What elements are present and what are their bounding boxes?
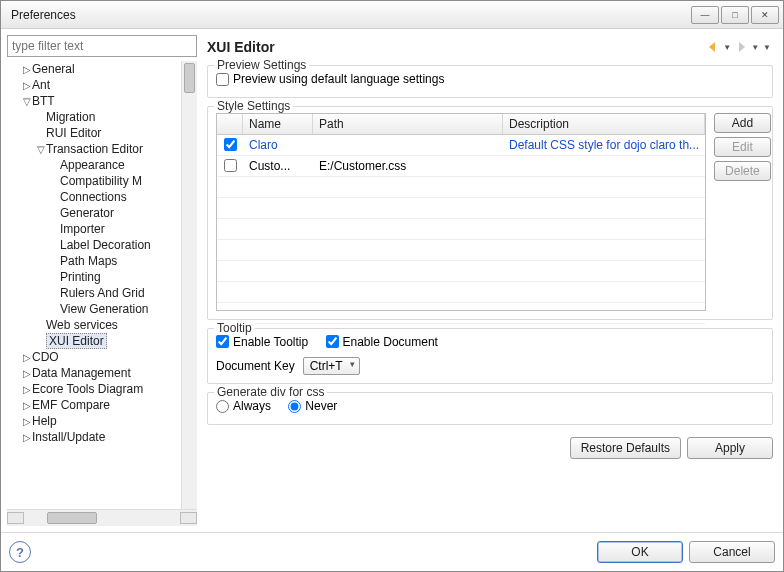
- tree-item-appearance[interactable]: Appearance: [7, 157, 183, 173]
- col-description[interactable]: Description: [503, 114, 705, 134]
- tree-item-generator[interactable]: Generator: [7, 205, 183, 221]
- tree-item-transaction-editor[interactable]: ▽Transaction Editor: [7, 141, 183, 157]
- tree-item-web-services[interactable]: Web services: [7, 317, 183, 333]
- col-path[interactable]: Path: [313, 114, 503, 134]
- forward-arrow-icon[interactable]: [734, 40, 748, 54]
- tree-expander-icon[interactable]: ▷: [21, 400, 32, 411]
- table-row-empty: [217, 177, 705, 198]
- tree-item-label: Web services: [46, 318, 118, 332]
- page-title: XUI Editor: [207, 39, 705, 55]
- tree-item-help[interactable]: ▷Help: [7, 413, 183, 429]
- preferences-dialog: Preferences — □ ✕ ▷General▷Ant▽BTTMigrat…: [0, 0, 784, 572]
- tree-item-label-decoration[interactable]: Label Decoration: [7, 237, 183, 253]
- table-row-empty: [217, 282, 705, 303]
- left-pane: ▷General▷Ant▽BTTMigrationRUI Editor▽Tran…: [7, 35, 197, 526]
- restore-defaults-button[interactable]: Restore Defaults: [570, 437, 681, 459]
- tree-item-label: Printing: [60, 270, 101, 284]
- tree-item-label: Ant: [32, 78, 50, 92]
- tree-item-compatibility-m[interactable]: Compatibility M: [7, 173, 183, 189]
- style-path-cell: [313, 143, 503, 147]
- tree-item-label: Generator: [60, 206, 114, 220]
- back-arrow-icon[interactable]: [706, 40, 720, 54]
- generate-div-group: Generate div for css Always Never: [207, 392, 773, 425]
- gencss-legend: Generate div for css: [214, 385, 327, 399]
- forward-menu-icon[interactable]: ▼: [749, 43, 761, 52]
- tree-item-cdo[interactable]: ▷CDO: [7, 349, 183, 365]
- document-key-label: Document Key: [216, 359, 295, 373]
- view-menu-icon[interactable]: ▼: [761, 43, 773, 52]
- tree-item-label: Compatibility M: [60, 174, 142, 188]
- tree-vertical-scrollbar[interactable]: [181, 61, 197, 509]
- tree-item-xui-editor[interactable]: XUI Editor: [7, 333, 183, 349]
- maximize-button[interactable]: □: [721, 6, 749, 24]
- never-radio[interactable]: Never: [288, 399, 337, 413]
- apply-button[interactable]: Apply: [687, 437, 773, 459]
- tree-item-general[interactable]: ▷General: [7, 61, 183, 77]
- delete-button[interactable]: Delete: [714, 161, 771, 181]
- tree-item-printing[interactable]: Printing: [7, 269, 183, 285]
- tree-item-install-update[interactable]: ▷Install/Update: [7, 429, 183, 445]
- tree-expander-icon[interactable]: ▷: [21, 416, 32, 427]
- table-row[interactable]: ClaroDefault CSS style for dojo claro th…: [217, 135, 705, 156]
- style-table[interactable]: Name Path Description ClaroDefault CSS s…: [216, 113, 706, 311]
- tree-item-label: Path Maps: [60, 254, 117, 268]
- tree-item-label: RUI Editor: [46, 126, 101, 140]
- style-desc-cell: [503, 164, 705, 168]
- tree-expander-icon[interactable]: ▷: [21, 384, 32, 395]
- tree-item-connections[interactable]: Connections: [7, 189, 183, 205]
- tree-item-path-maps[interactable]: Path Maps: [7, 253, 183, 269]
- filter-input[interactable]: [7, 35, 197, 57]
- document-key-select[interactable]: Ctrl+T: [303, 357, 360, 375]
- style-settings-group: Style Settings Name Path Description Cla…: [207, 106, 773, 320]
- window-title: Preferences: [5, 8, 689, 22]
- help-icon[interactable]: ?: [9, 541, 31, 563]
- tree-item-btt[interactable]: ▽BTT: [7, 93, 183, 109]
- preference-tree[interactable]: ▷General▷Ant▽BTTMigrationRUI Editor▽Tran…: [7, 61, 197, 509]
- tree-item-label: Ecore Tools Diagram: [32, 382, 143, 396]
- style-row-checkbox[interactable]: [224, 138, 237, 151]
- tree-item-label: BTT: [32, 94, 55, 108]
- tree-expander-icon[interactable]: ▷: [21, 80, 32, 91]
- always-radio[interactable]: Always: [216, 399, 271, 413]
- col-name[interactable]: Name: [243, 114, 313, 134]
- preview-default-language-checkbox[interactable]: Preview using default language settings: [216, 72, 444, 86]
- tree-expander-icon[interactable]: ▷: [21, 432, 32, 443]
- tree-expander-icon[interactable]: ▽: [21, 96, 32, 107]
- dialog-footer: ? OK Cancel: [1, 532, 783, 571]
- tree-item-ecore-tools-diagram[interactable]: ▷Ecore Tools Diagram: [7, 381, 183, 397]
- tree-item-rulers-and-grid[interactable]: Rulers And Grid: [7, 285, 183, 301]
- tree-item-label: View Generation: [60, 302, 149, 316]
- back-menu-icon[interactable]: ▼: [721, 43, 733, 52]
- enable-tooltip-checkbox[interactable]: Enable Tooltip: [216, 335, 308, 349]
- tree-item-importer[interactable]: Importer: [7, 221, 183, 237]
- close-button[interactable]: ✕: [751, 6, 779, 24]
- tree-expander-icon[interactable]: ▷: [21, 368, 32, 379]
- tree-item-label: EMF Compare: [32, 398, 110, 412]
- tree-expander-icon[interactable]: ▷: [21, 352, 32, 363]
- tree-item-ant[interactable]: ▷Ant: [7, 77, 183, 93]
- table-header: Name Path Description: [217, 114, 705, 135]
- tree-item-label: XUI Editor: [46, 333, 107, 349]
- tree-expander-icon[interactable]: ▽: [35, 144, 46, 155]
- edit-button[interactable]: Edit: [714, 137, 771, 157]
- tree-item-data-management[interactable]: ▷Data Management: [7, 365, 183, 381]
- add-button[interactable]: Add: [714, 113, 771, 133]
- ok-button[interactable]: OK: [597, 541, 683, 563]
- style-name-cell[interactable]: Claro: [243, 136, 313, 154]
- table-row[interactable]: Custo...E:/Customer.css: [217, 156, 705, 177]
- tree-item-rui-editor[interactable]: RUI Editor: [7, 125, 183, 141]
- tree-horizontal-scrollbar[interactable]: [7, 509, 197, 526]
- cancel-button[interactable]: Cancel: [689, 541, 775, 563]
- tree-expander-icon[interactable]: ▷: [21, 64, 32, 75]
- tree-item-label: Connections: [60, 190, 127, 204]
- tree-item-view-generation[interactable]: View Generation: [7, 301, 183, 317]
- style-desc-cell: Default CSS style for dojo claro th...: [503, 136, 705, 154]
- tree-item-label: General: [32, 62, 75, 76]
- enable-document-checkbox[interactable]: Enable Document: [326, 335, 438, 349]
- tree-item-emf-compare[interactable]: ▷EMF Compare: [7, 397, 183, 413]
- style-row-checkbox[interactable]: [224, 159, 237, 172]
- table-row-empty: [217, 219, 705, 240]
- minimize-button[interactable]: —: [691, 6, 719, 24]
- tree-item-migration[interactable]: Migration: [7, 109, 183, 125]
- table-row-empty: [217, 261, 705, 282]
